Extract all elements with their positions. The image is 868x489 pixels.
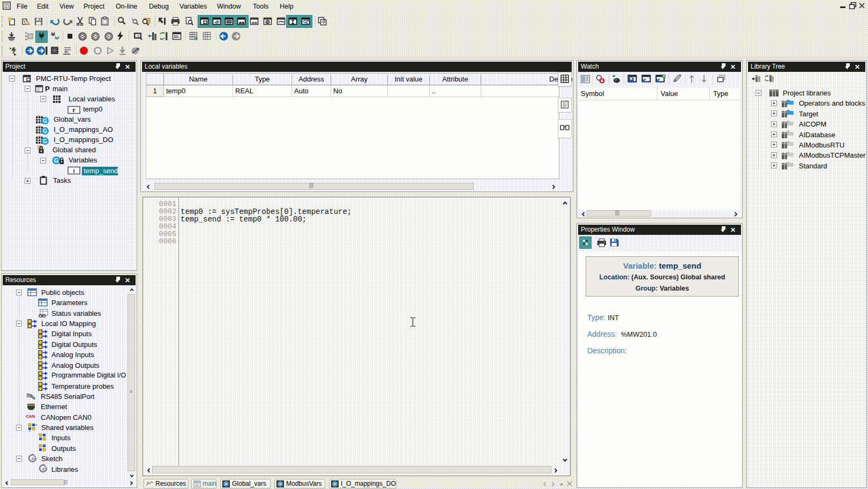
- svg-text:G: G: [43, 118, 47, 124]
- svg-text:G: G: [43, 138, 47, 144]
- svg-text:G: G: [54, 157, 59, 164]
- svg-text:G: G: [43, 128, 47, 134]
- svg-text:i: i: [73, 167, 74, 174]
- svg-text:r: r: [72, 106, 76, 114]
